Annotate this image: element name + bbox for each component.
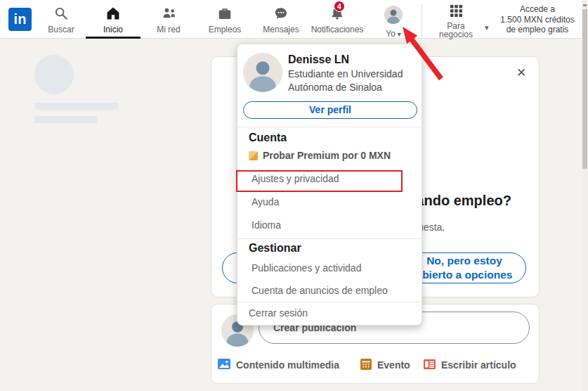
linkedin-logo[interactable]: in [8, 8, 32, 31]
skeleton-text-line [34, 116, 97, 123]
account-section-title: Cuenta [249, 132, 287, 144]
briefcase-icon [217, 6, 233, 24]
sign-out-item[interactable]: Cerrar sesión [249, 307, 308, 319]
calendar-icon [360, 359, 372, 372]
language-item[interactable]: Idioma [251, 219, 281, 231]
nav-network-label: Mi red [157, 26, 180, 34]
chevron-down-icon: ▾ [485, 23, 489, 32]
posts-activity-item[interactable]: Publicaciones y actividad [251, 262, 361, 274]
menu-divider [237, 238, 422, 239]
nav-home-label: Inicio [103, 26, 123, 34]
try-premium-label: Probar Premium por 0 MXN [263, 150, 391, 161]
top-navbar: in Buscar Inicio Mi red [0, 0, 588, 39]
nav-messages-label: Mensajes [263, 26, 299, 34]
premium-icon [249, 151, 258, 160]
scrollbar [582, 0, 588, 391]
article-icon [424, 359, 436, 371]
avatar[interactable] [243, 53, 282, 95]
job-ads-account-item[interactable]: Cuenta de anuncios de empleo [251, 285, 388, 296]
article-label: Escribir artículo [441, 359, 516, 371]
try-premium-item[interactable]: Probar Premium por 0 MXN [249, 150, 391, 161]
annotation-arrow [378, 13, 462, 90]
event-label: Evento [377, 359, 410, 371]
nav-search[interactable]: Buscar [33, 0, 89, 39]
promo-line: 1.500 MXN créditos [493, 15, 582, 25]
skeleton-avatar [34, 55, 74, 94]
menu-divider [237, 302, 422, 302]
media-button[interactable]: Contenido multimedia [218, 355, 339, 375]
nav-messages[interactable]: Mensajes [253, 0, 309, 39]
search-icon [53, 6, 69, 24]
annotation-highlight-box [236, 170, 403, 192]
promo-line: Accede a [493, 4, 582, 15]
close-icon[interactable]: ✕ [516, 65, 526, 80]
nav-jobs[interactable]: Empleos [197, 0, 253, 39]
network-icon [161, 6, 177, 24]
chat-icon [273, 6, 289, 24]
media-label: Contenido multimedia [236, 359, 339, 371]
help-item[interactable]: Ayuda [251, 196, 279, 207]
notification-badge: 4 [334, 1, 345, 12]
nav-notifications-label: Notificaciones [310, 26, 365, 34]
promo-line: de empleo gratis [493, 25, 582, 35]
nav-search-label: Buscar [48, 26, 74, 34]
scrollbar-up-arrow[interactable] [583, 4, 587, 6]
nav-notifications[interactable]: 4 Notificaciones [310, 0, 365, 39]
media-icon [218, 359, 230, 371]
write-article-button[interactable]: Escribir artículo [424, 355, 516, 375]
nav-jobs-label: Empleos [209, 26, 242, 34]
profile-name: Denisse LN [288, 53, 349, 66]
view-profile-button[interactable]: Ver perfil [243, 101, 417, 119]
home-icon [105, 6, 121, 24]
jobs-credit-promo-link[interactable]: Accede a 1.500 MXN créditos de empleo gr… [493, 4, 582, 35]
manage-section-title: Gestionar [249, 242, 301, 255]
event-button[interactable]: Evento [360, 355, 410, 375]
nav-my-network[interactable]: Mi red [141, 0, 197, 39]
menu-divider [237, 127, 422, 127]
active-tab-underline [86, 37, 141, 39]
skeleton-text-line [34, 103, 118, 110]
scrollbar-thumb[interactable] [582, 9, 587, 169]
nav-home[interactable]: Inicio [85, 0, 141, 39]
